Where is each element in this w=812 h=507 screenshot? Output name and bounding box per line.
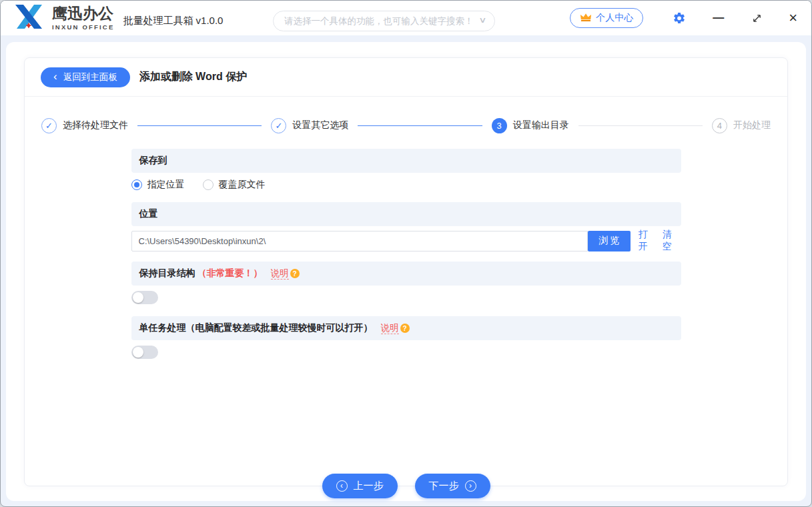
location-path-row: 浏览 打开 清空 [131,229,681,253]
step-3-label: 设置输出目录 [513,119,569,131]
settings-gear-icon[interactable] [673,11,686,25]
radio-specified-label: 指定位置 [147,179,185,191]
step-4-label: 开始处理 [733,119,771,131]
check-icon: ✓ [41,118,57,133]
main-panel: ‹ 返回到主面板 添加或删除 Word 保护 ✓ 选择待处理文件 ✓ 设置其它选… [6,42,806,501]
step-3-number: 3 [492,118,507,133]
single-task-section-header: 单任务处理（电脑配置较差或批量处理较慢时可以打开） 说明 ? [131,316,681,340]
step-connector [358,125,482,126]
step-2-label: 设置其它选项 [292,119,348,131]
title-bar: 鹰迅办公 INXUN OFFICE 批量处理工具箱 v1.0.0 ∨ 个人中心 [1,1,811,35]
brand-subtitle: INXUN OFFICE [52,23,114,31]
step-1-select-files[interactable]: ✓ 选择待处理文件 [41,118,128,133]
function-search[interactable]: ∨ [273,11,495,31]
logo-icon [11,3,46,33]
single-task-toggle[interactable] [131,346,158,359]
wizard-card: ‹ 返回到主面板 添加或删除 Word 保护 ✓ 选择待处理文件 ✓ 设置其它选… [24,57,788,486]
save-to-title: 保存到 [139,155,167,167]
question-badge-icon[interactable]: ? [400,324,410,333]
step-4-start-process[interactable]: 4 开始处理 [712,118,771,133]
keep-structure-warning: （非常重要！） [197,268,263,280]
clear-path-link[interactable]: 清空 [663,229,681,253]
circle-chevron-left-icon: ‹ [336,480,348,492]
step-4-number: 4 [712,118,727,133]
card-header: ‹ 返回到主面板 添加或删除 Word 保护 [25,58,787,97]
user-center-button[interactable]: 个人中心 [570,8,643,28]
prev-step-label: 上一步 [354,480,384,492]
step-3-output-dir[interactable]: 3 设置输出目录 [492,118,569,133]
step-2-other-options[interactable]: ✓ 设置其它选项 [271,118,348,133]
save-to-options: 指定位置 覆盖原文件 [131,179,681,191]
radio-overwrite-label: 覆盖原文件 [219,179,266,191]
keep-structure-help-link[interactable]: 说明 [271,268,289,280]
wizard-content: 保存到 指定位置 覆盖原文件 位置 浏览 [131,149,681,359]
single-task-title: 单任务处理（电脑配置较差或批量处理较慢时可以打开） [139,322,373,334]
brand: 鹰迅办公 INXUN OFFICE [11,3,114,33]
step-1-label: 选择待处理文件 [63,119,128,131]
keep-structure-toggle[interactable] [131,291,158,304]
keep-structure-title: 保持目录结构 [139,268,195,280]
app-title: 批量处理工具箱 v1.0.0 [123,9,223,27]
page-title: 添加或删除 Word 保护 [139,70,247,84]
brand-text: 鹰迅办公 INXUN OFFICE [52,5,114,30]
circle-chevron-right-icon: › [465,480,476,492]
single-task-help-link[interactable]: 说明 [381,322,399,335]
maximize-button[interactable] [752,13,762,23]
browse-button[interactable]: 浏览 [588,231,631,251]
open-folder-link[interactable]: 打开 [639,229,657,253]
radio-overwrite-original[interactable]: 覆盖原文件 [203,179,266,191]
app-window: 鹰迅办公 INXUN OFFICE 批量处理工具箱 v1.0.0 ∨ 个人中心 [0,0,812,507]
radio-specified-location[interactable]: 指定位置 [131,179,185,191]
next-step-button[interactable]: 下一步 › [415,474,490,498]
save-to-section-header: 保存到 [131,149,681,173]
crown-icon [580,13,592,24]
search-input[interactable] [274,11,494,31]
step-connector [137,125,262,126]
next-step-label: 下一步 [429,480,459,492]
minimize-button[interactable]: — [713,11,724,25]
step-indicator: ✓ 选择待处理文件 ✓ 设置其它选项 3 设置输出目录 4 开始处理 [25,102,787,149]
radio-icon [131,179,142,190]
radio-icon [203,179,214,190]
user-center-label: 个人中心 [596,12,633,24]
brand-title: 鹰迅办公 [52,5,114,21]
chevron-left-icon: ‹ [53,71,57,82]
step-connector [578,125,703,126]
output-path-input[interactable] [131,231,588,251]
prev-step-button[interactable]: ‹ 上一步 [322,474,398,498]
back-button-label: 返回到主面板 [63,71,117,83]
check-icon: ✓ [271,118,286,133]
close-button[interactable]: × [789,11,797,25]
titlebar-controls: 个人中心 — × [570,8,797,28]
wizard-footer: ‹ 上一步 下一步 › [322,474,490,498]
question-badge-icon[interactable]: ? [290,269,300,278]
location-section-header: 位置 [131,202,681,226]
location-title: 位置 [139,208,158,220]
back-to-dashboard-button[interactable]: ‹ 返回到主面板 [41,67,130,87]
keep-structure-section-header: 保持目录结构 （非常重要！） 说明 ? [131,262,681,286]
